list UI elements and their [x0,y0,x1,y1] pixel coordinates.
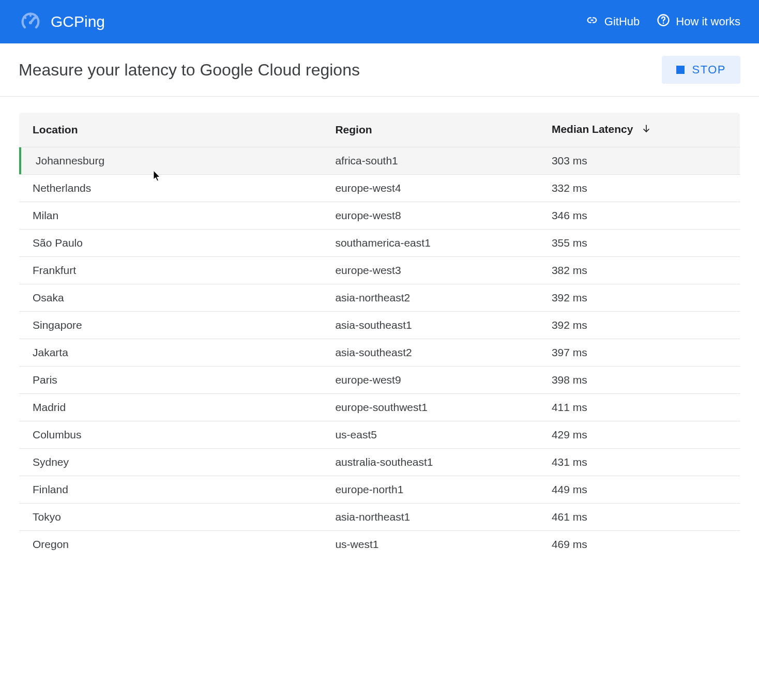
cell-latency: 398 ms [538,366,740,393]
cell-location: Singapore [19,311,322,339]
logo-group: GCPing [19,10,105,34]
cell-region: africa-south1 [322,147,538,174]
table-row[interactable]: Pariseurope-west9398 ms [19,366,740,393]
cell-location: Madrid [19,393,322,421]
cell-location: Paris [19,366,322,393]
table-row[interactable]: Finlandeurope-north1449 ms [19,476,740,503]
cell-region: asia-northeast1 [322,503,538,530]
cell-latency: 431 ms [538,448,740,476]
app-title: GCPing [51,13,105,31]
table-row[interactable]: Tokyoasia-northeast1461 ms [19,503,740,530]
cell-location: Netherlands [19,174,322,202]
column-region[interactable]: Region [322,113,538,147]
cell-location: Finland [19,476,322,503]
link-icon [585,13,599,31]
how-it-works-link[interactable]: How it works [656,13,740,31]
cell-region: europe-north1 [322,476,538,503]
cell-location: Columbus [19,421,322,448]
cell-latency: 411 ms [538,393,740,421]
table-row[interactable]: Johannesburgafrica-south1303 ms [19,147,740,174]
cell-region: europe-west9 [322,366,538,393]
cell-location: São Paulo [19,229,322,256]
cell-latency: 303 ms [538,147,740,174]
cell-region: asia-northeast2 [322,284,538,311]
cell-region: southamerica-east1 [322,229,538,256]
table-row[interactable]: São Paulosouthamerica-east1355 ms [19,229,740,256]
latency-table: Location Region Median Latency Johan [19,112,740,558]
cell-latency: 346 ms [538,202,740,229]
cell-latency: 392 ms [538,284,740,311]
speedometer-icon [19,10,42,34]
stop-icon [676,66,685,74]
cell-location: Jakarta [19,339,322,366]
cell-location: Tokyo [19,503,322,530]
cell-region: europe-west4 [322,174,538,202]
sort-descending-icon [641,124,651,136]
how-it-works-link-label: How it works [676,15,740,28]
table-row[interactable]: Columbusus-east5429 ms [19,421,740,448]
table-row[interactable]: Sydneyaustralia-southeast1431 ms [19,448,740,476]
subheader: Measure your latency to Google Cloud reg… [0,43,759,97]
svg-point-6 [663,22,664,24]
cell-region: asia-southeast2 [322,339,538,366]
column-location-label: Location [33,124,78,135]
table-row[interactable]: Osakaasia-northeast2392 ms [19,284,740,311]
cell-region: europe-southwest1 [322,393,538,421]
cell-region: asia-southeast1 [322,311,538,339]
header-nav: GitHub How it works [585,13,740,31]
cell-latency: 461 ms [538,503,740,530]
cell-location: Johannesburg [19,147,322,174]
svg-point-4 [29,21,32,24]
cell-location: Frankfurt [19,256,322,284]
cell-latency: 429 ms [538,421,740,448]
cell-region: australia-southeast1 [322,448,538,476]
cell-latency: 397 ms [538,339,740,366]
cell-location: Milan [19,202,322,229]
stop-button-label: STOP [692,63,726,77]
cell-latency: 355 ms [538,229,740,256]
cell-region: europe-west8 [322,202,538,229]
table-row[interactable]: Jakartaasia-southeast2397 ms [19,339,740,366]
table-row[interactable]: Singaporeasia-southeast1392 ms [19,311,740,339]
github-link-label: GitHub [604,15,640,28]
cell-location: Sydney [19,448,322,476]
table-header-row: Location Region Median Latency [19,113,740,147]
column-latency-label: Median Latency [552,123,633,135]
stop-button[interactable]: STOP [662,56,740,84]
cell-latency: 332 ms [538,174,740,202]
table-row[interactable]: Netherlandseurope-west4332 ms [19,174,740,202]
column-region-label: Region [335,124,372,135]
column-latency[interactable]: Median Latency [538,113,740,147]
cell-location: Oregon [19,530,322,558]
help-icon [656,13,671,31]
table-row[interactable]: Oregonus-west1469 ms [19,530,740,558]
cell-latency: 392 ms [538,311,740,339]
column-location[interactable]: Location [19,113,322,147]
cell-latency: 449 ms [538,476,740,503]
cell-region: us-west1 [322,530,538,558]
page-heading: Measure your latency to Google Cloud reg… [19,60,360,80]
svg-line-2 [36,17,37,18]
table-row[interactable]: Madrideurope-southwest1411 ms [19,393,740,421]
cell-latency: 469 ms [538,530,740,558]
cell-region: europe-west3 [322,256,538,284]
table-row[interactable]: Frankfurteurope-west3382 ms [19,256,740,284]
app-header: GCPing GitHub How it works [0,0,759,43]
svg-line-1 [24,17,26,18]
table-row[interactable]: Milaneurope-west8346 ms [19,202,740,229]
github-link[interactable]: GitHub [585,13,640,31]
cell-location: Osaka [19,284,322,311]
cell-region: us-east5 [322,421,538,448]
latency-table-container: Location Region Median Latency Johan [0,97,759,574]
cell-latency: 382 ms [538,256,740,284]
